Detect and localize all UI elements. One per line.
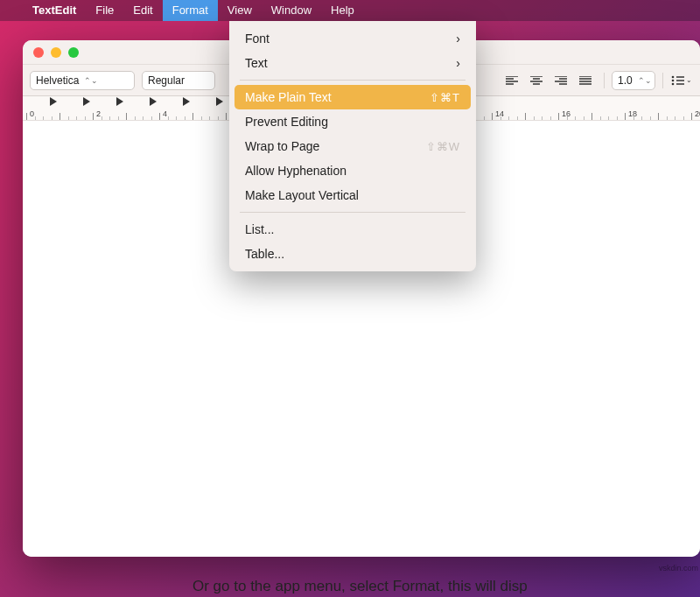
- ruler-tick: [558, 113, 559, 120]
- menu-item-make-plain-text[interactable]: Make Plain Text⇧⌘T: [234, 85, 471, 109]
- align-center-icon: [530, 76, 542, 85]
- menu-item-label: Font: [245, 32, 270, 46]
- ruler-tick: [226, 113, 227, 120]
- ruler-minor-tick: [85, 116, 86, 120]
- format-menu-dropdown: Font›Text›Make Plain Text⇧⌘TPrevent Edit…: [229, 21, 476, 271]
- menu-item-allow-hyphenation[interactable]: Allow Hyphenation: [229, 158, 476, 183]
- ruler-minor-tick: [484, 116, 485, 120]
- tab-stop-marker[interactable]: [116, 97, 123, 106]
- ruler-tick: [691, 113, 692, 120]
- minimize-button[interactable]: [51, 47, 61, 58]
- menu-separator: [240, 80, 466, 81]
- menu-item-label: Make Plain Text: [245, 90, 332, 104]
- ruler-minor-tick: [567, 116, 568, 120]
- tab-stop-marker[interactable]: [83, 97, 90, 106]
- ruler-minor-tick: [683, 116, 684, 120]
- menu-item-label: Make Layout Vertical: [245, 188, 359, 202]
- zoom-button[interactable]: [68, 47, 79, 58]
- ruler-minor-tick: [109, 116, 110, 120]
- menu-window[interactable]: Window: [262, 0, 321, 21]
- ruler-minor-tick: [135, 116, 136, 120]
- ruler-tick: [492, 113, 493, 120]
- ruler-minor-tick: [218, 116, 219, 120]
- align-right-button[interactable]: [550, 71, 572, 90]
- ruler-tick: [192, 113, 193, 120]
- ruler-minor-tick: [600, 116, 601, 120]
- menu-view[interactable]: View: [218, 0, 262, 21]
- ruler-minor-tick: [118, 116, 119, 120]
- menu-item-label: Allow Hyphenation: [245, 164, 346, 178]
- list-style-button[interactable]: ⌄: [670, 71, 693, 90]
- ruler-minor-tick: [168, 116, 169, 120]
- chevron-down-icon: ⌄: [686, 76, 692, 84]
- ruler-minor-tick: [209, 116, 210, 120]
- caption-text: Or go to the app menu, select Format, th…: [192, 578, 528, 595]
- menu-item-label: Text: [245, 56, 268, 70]
- svg-point-1: [672, 79, 675, 81]
- ruler-minor-tick: [143, 116, 144, 120]
- line-spacing-value: 1.0: [618, 74, 633, 87]
- menu-item-list[interactable]: List...: [229, 217, 476, 242]
- ruler-minor-tick: [675, 116, 676, 120]
- ruler-tick: [93, 113, 94, 120]
- menu-help[interactable]: Help: [321, 0, 364, 21]
- watermark: vskdin.com: [659, 564, 698, 572]
- menu-item-label: List...: [245, 222, 274, 236]
- menu-item-label: Table...: [245, 247, 284, 261]
- chevron-updown-icon: ⌃⌄: [638, 76, 652, 85]
- svg-point-2: [672, 82, 675, 85]
- ruler-label: 2: [96, 109, 101, 118]
- ruler-tick: [126, 113, 127, 120]
- tab-stop-marker[interactable]: [183, 97, 190, 106]
- ruler-minor-tick: [667, 116, 668, 120]
- ruler-tick: [592, 113, 592, 120]
- menu-shortcut: ⇧⌘W: [426, 140, 460, 153]
- menu-item-wrap-to-page[interactable]: Wrap to Page⇧⌘W: [229, 134, 476, 158]
- menubar-app-name[interactable]: TextEdit: [23, 0, 86, 21]
- menu-shortcut: ⇧⌘T: [430, 91, 460, 104]
- ruler-minor-tick: [76, 116, 77, 120]
- ruler-minor-tick: [508, 116, 509, 120]
- close-button[interactable]: [33, 47, 44, 58]
- ruler-minor-tick: [500, 116, 501, 120]
- ruler-minor-tick: [584, 116, 584, 120]
- toolbar-separator: [604, 73, 605, 88]
- ruler-minor-tick: [52, 116, 52, 120]
- align-center-button[interactable]: [525, 71, 548, 90]
- menu-file[interactable]: File: [86, 0, 123, 21]
- align-justify-button[interactable]: [574, 71, 597, 90]
- ruler-minor-tick: [575, 116, 576, 120]
- menu-item-text[interactable]: Text›: [229, 51, 476, 75]
- ruler-label: 0: [30, 109, 34, 118]
- ruler-minor-tick: [517, 116, 518, 120]
- font-family-select[interactable]: Helvetica ⌃⌄: [30, 71, 135, 90]
- menu-edit[interactable]: Edit: [123, 0, 162, 21]
- ruler-minor-tick: [43, 116, 44, 120]
- font-style-select[interactable]: Regular: [142, 71, 215, 90]
- ruler-tick: [159, 113, 160, 120]
- menu-item-table[interactable]: Table...: [229, 242, 476, 266]
- tab-stop-marker[interactable]: [216, 97, 223, 106]
- list-icon: [671, 75, 684, 86]
- ruler-minor-tick: [534, 116, 535, 120]
- line-spacing-select[interactable]: 1.0 ⌃⌄: [612, 71, 655, 90]
- ruler-tick: [625, 113, 626, 120]
- menu-separator: [240, 212, 466, 213]
- tab-stop-marker[interactable]: [50, 97, 57, 106]
- menu-item-font[interactable]: Font›: [229, 26, 476, 51]
- ruler-minor-tick: [634, 116, 634, 120]
- menu-item-make-layout-vertical[interactable]: Make Layout Vertical: [229, 183, 476, 207]
- menu-format[interactable]: Format: [163, 0, 218, 21]
- ruler-minor-tick: [608, 116, 609, 120]
- ruler-minor-tick: [641, 116, 642, 120]
- align-justify-icon: [579, 76, 592, 85]
- font-family-value: Helvetica: [36, 74, 79, 87]
- ruler-minor-tick: [550, 116, 551, 120]
- ruler-minor-tick: [151, 116, 152, 120]
- tab-stop-marker[interactable]: [150, 97, 157, 106]
- ruler-minor-tick: [542, 116, 542, 120]
- toolbar-separator: [662, 73, 663, 88]
- ruler-minor-tick: [35, 116, 36, 120]
- menu-item-prevent-editing[interactable]: Prevent Editing: [229, 109, 476, 134]
- align-left-button[interactable]: [500, 71, 523, 90]
